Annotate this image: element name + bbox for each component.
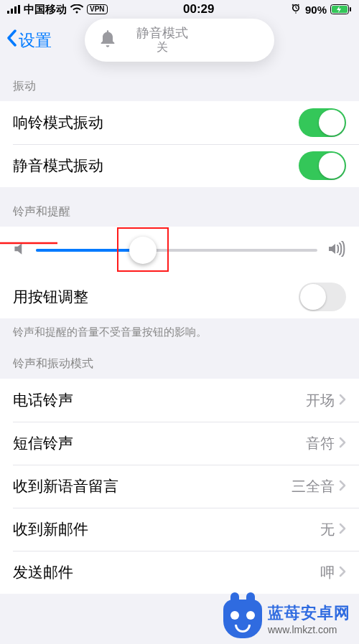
chevron-right-icon (339, 521, 346, 538)
row-value: 无 (320, 520, 335, 539)
row-sent-mail[interactable]: 发送邮件 呷 (0, 551, 359, 594)
row-value: 呷 (320, 563, 335, 582)
speaker-low-icon (13, 241, 26, 260)
row-value: 三全音 (292, 477, 335, 496)
svg-rect-6 (350, 7, 351, 11)
section-footer-ringer: 铃声和提醒的音量不受音量按钮的影响。 (0, 318, 359, 339)
row-ring-vibrate[interactable]: 响铃模式振动 (0, 101, 359, 144)
row-change-with-buttons[interactable]: 用按钮调整 (0, 275, 359, 318)
row-new-mail[interactable]: 收到新邮件 无 (0, 508, 359, 551)
annotation-arrow-icon (0, 237, 57, 249)
volume-slider-thumb[interactable] (129, 237, 157, 264)
group-change-with-buttons: 用按钮调整 (0, 275, 359, 318)
section-header-ringer: 铃声和提醒 (0, 187, 359, 227)
switch-change-with-buttons[interactable] (299, 283, 346, 311)
bell-icon (98, 29, 118, 52)
chevron-right-icon (339, 564, 346, 581)
row-label: 收到新邮件 (13, 519, 88, 539)
watermark: 蓝苺安卓网 www.lmkzt.com (223, 600, 350, 638)
row-text-tone[interactable]: 短信铃声 音符 (0, 422, 359, 465)
svg-rect-0 (7, 11, 9, 14)
banner-title: 静音模式 (136, 26, 188, 41)
wifi-icon (70, 4, 83, 16)
row-label: 电话铃声 (13, 390, 73, 410)
speaker-high-icon (327, 241, 346, 260)
row-label: 静音模式振动 (13, 156, 103, 176)
watermark-logo-icon (223, 600, 262, 638)
status-bar: 中国移动 VPN 00:29 90% (0, 0, 359, 19)
row-new-voicemail[interactable]: 收到新语音留言 三全音 (0, 465, 359, 508)
section-header-vibrate: 振动 (0, 62, 359, 101)
status-right: 90% (290, 3, 352, 16)
back-button[interactable]: 设置 (6, 29, 52, 52)
volume-slider[interactable] (36, 249, 317, 252)
signal-icon (7, 4, 20, 16)
group-vibrate: 响铃模式振动 静音模式振动 (0, 101, 359, 187)
row-value: 音符 (306, 434, 335, 453)
switch-ring-vibrate[interactable] (299, 108, 346, 137)
carrier-label: 中国移动 (24, 3, 67, 16)
watermark-url: www.lmkzt.com (268, 624, 350, 635)
row-label: 响铃模式振动 (13, 113, 103, 133)
svg-rect-3 (18, 5, 20, 14)
silent-mode-banner: 静音模式 关 (85, 19, 274, 62)
row-silent-vibrate[interactable]: 静音模式振动 (0, 144, 359, 187)
chevron-right-icon (339, 478, 346, 495)
svg-rect-2 (14, 6, 17, 14)
content: 振动 响铃模式振动 静音模式振动 铃声和提醒 (0, 62, 359, 644)
chevron-left-icon (6, 29, 17, 51)
switch-silent-vibrate[interactable] (299, 151, 346, 180)
row-label: 发送邮件 (13, 562, 73, 582)
group-patterns: 电话铃声 开场 短信铃声 音符 收到新语音留言 三全音 收到新邮件 无 发送邮件 (0, 379, 359, 594)
vpn-badge: VPN (87, 4, 108, 14)
row-label: 短信铃声 (13, 433, 73, 453)
alarm-icon (290, 3, 302, 16)
status-left: 中国移动 VPN (7, 3, 108, 16)
volume-slider-row (0, 227, 359, 275)
row-label: 用按钮调整 (13, 287, 88, 307)
row-ringtone[interactable]: 电话铃声 开场 (0, 379, 359, 422)
battery-pct: 90% (305, 4, 327, 16)
section-header-patterns: 铃声和振动模式 (0, 339, 359, 379)
chevron-right-icon (339, 435, 346, 452)
volume-slider-fill (36, 249, 143, 252)
row-value: 开场 (306, 391, 335, 410)
chevron-right-icon (339, 392, 346, 409)
back-label: 设置 (19, 29, 52, 52)
battery-icon (330, 4, 352, 14)
banner-sub: 关 (136, 41, 188, 54)
svg-rect-1 (11, 9, 13, 14)
status-time: 00:29 (183, 2, 214, 16)
row-label: 收到新语音留言 (13, 476, 118, 496)
watermark-name: 蓝苺安卓网 (268, 602, 350, 624)
